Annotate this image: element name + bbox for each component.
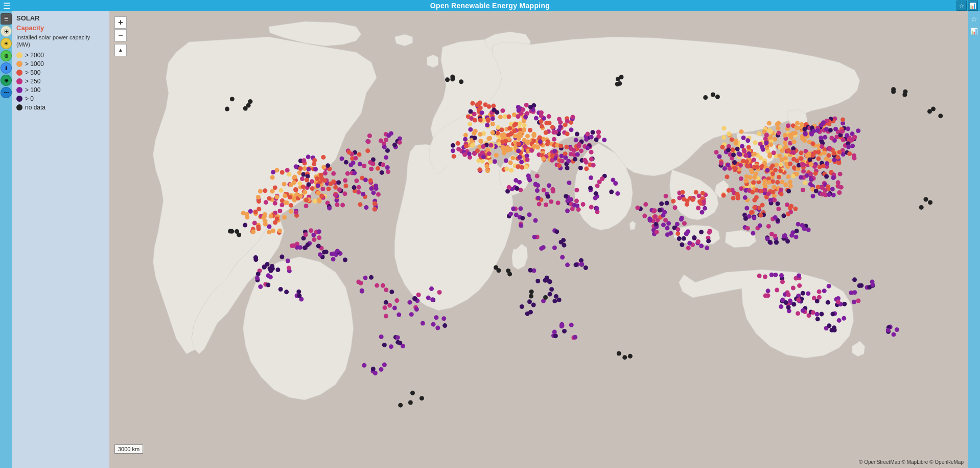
topbar-title: Open Renewable Energy Mapping (430, 2, 550, 10)
zoom-out-button[interactable]: − (114, 29, 127, 41)
right-star-icon[interactable]: ☆ (968, 13, 979, 25)
topbar-right-icons: ☆ 📊 (956, 1, 978, 11)
legend-item: no data (16, 104, 105, 111)
topbar-star-icon[interactable]: ☆ (956, 1, 967, 11)
legend-item: > 0 (16, 95, 105, 102)
north-button[interactable]: ▲ (114, 44, 127, 56)
attribution: © OpenStreetMap © MapLibre © OpenReMap (859, 459, 964, 465)
wind-icon[interactable]: ⊛ (1, 50, 12, 61)
map-controls: + − ▲ (114, 16, 127, 56)
sun-icon[interactable]: ☀ (1, 38, 12, 49)
legend-subtitle: Installed solar power capacity (MW) (16, 34, 105, 49)
legend-category-title: Capacity (16, 24, 105, 32)
hydro-icon[interactable]: ℹ (1, 62, 12, 74)
wave-icon[interactable]: 〜 (1, 87, 12, 98)
topbar-chart-icon[interactable]: 📊 (968, 1, 978, 11)
topbar-menu-icon[interactable]: ☰ (3, 1, 10, 11)
left-sidebar-icons: ☰ ⊞ ☀ ⊛ ℹ ⊕ 〜 (0, 11, 12, 468)
right-sidebar-icons: ☆ 📊 (968, 11, 980, 468)
legend-item: > 250 (16, 78, 105, 85)
legend-panel: SOLAR Capacity Installed solar power cap… (12, 11, 109, 468)
legend-layer-title: SOLAR (16, 14, 105, 22)
hamburger-icon[interactable]: ☰ (1, 13, 12, 25)
topbar: ☰ Open Renewable Energy Mapping ☆ 📊 (0, 0, 980, 11)
legend-item: > 500 (16, 69, 105, 76)
legend-items: > 2000> 1000> 500> 250> 100> 0no data (16, 52, 105, 111)
zoom-in-button[interactable]: + (114, 16, 127, 29)
solar-panel-icon[interactable]: ⊞ (1, 26, 12, 37)
scale-bar: 3000 km (114, 444, 143, 454)
bio-icon[interactable]: ⊕ (1, 75, 12, 86)
main-area: ☰ ⊞ ☀ ⊛ ℹ ⊕ 〜 SOLAR Capacity Installed s… (0, 11, 980, 468)
legend-item: > 100 (16, 86, 105, 94)
legend-item: > 1000 (16, 60, 105, 68)
legend-item: > 2000 (16, 52, 105, 59)
dots-canvas (109, 11, 968, 468)
right-chart-icon[interactable]: 📊 (968, 26, 979, 37)
map-area[interactable]: + − ▲ 3000 km © OpenStreetMap © MapLibre… (109, 11, 968, 468)
